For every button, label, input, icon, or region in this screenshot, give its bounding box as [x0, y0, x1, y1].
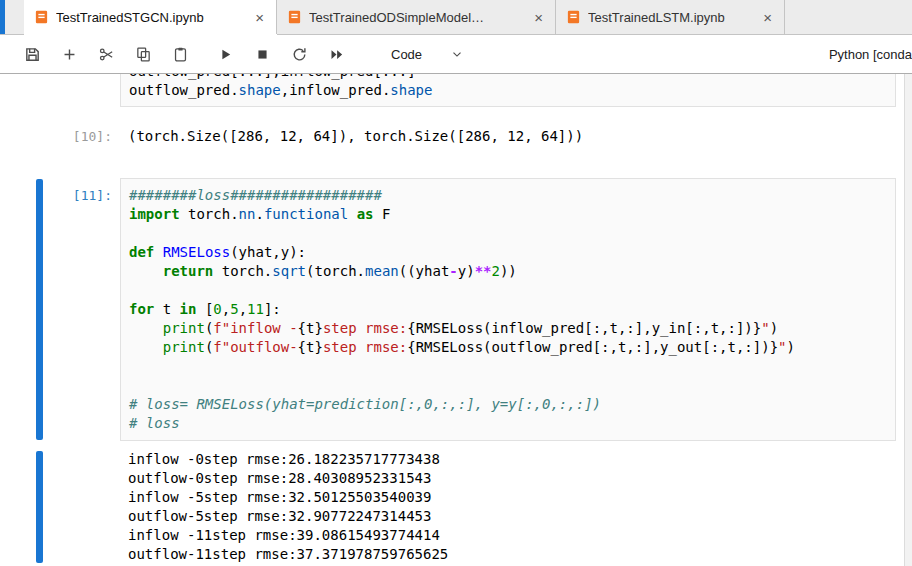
- notebook-file-icon: [566, 9, 581, 25]
- output-line: (torch.Size([286, 12, 64]), torch.Size([…: [128, 127, 896, 146]
- cell-type-dropdown[interactable]: Code: [391, 47, 464, 62]
- chevron-down-icon: [450, 47, 464, 61]
- notebook-file-icon: [287, 9, 302, 25]
- cell-list: outflow_pred[...],inflow_pred[...] outfl…: [0, 74, 904, 566]
- run-cell-button[interactable]: [213, 41, 237, 67]
- tab-bar: TestTrainedSTGCN.ipynb × TestTrainedODSi…: [0, 0, 912, 35]
- copy-cell-button[interactable]: [131, 41, 155, 67]
- code-line: for t in [0,5,11]:: [129, 300, 887, 319]
- restart-run-all-button[interactable]: [324, 41, 348, 67]
- output-line: outflow-11step rmse:37.371978759765625: [128, 545, 896, 564]
- cell-11-output-gutter: [0, 450, 120, 564]
- clipped-code-line: outflow_pred[...],inflow_pred[...]: [129, 74, 887, 81]
- stop-icon: [255, 47, 270, 62]
- tab-testtrainedstgcn[interactable]: TestTrainedSTGCN.ipynb ×: [24, 0, 277, 34]
- save-button[interactable]: [20, 41, 44, 67]
- code-line: # loss= RMSELoss(yhat=prediction[:,0,:,:…: [129, 395, 887, 414]
- output-collapser[interactable]: [36, 451, 43, 563]
- cell-10-output-row: [10]: (torch.Size([286, 12, 64]), torch.…: [0, 117, 904, 146]
- tabbar-spacer: [5, 0, 24, 34]
- close-icon[interactable]: ×: [253, 10, 266, 25]
- copy-icon: [135, 46, 152, 63]
- notebook-panel: outflow_pred[...],inflow_pred[...] outfl…: [0, 74, 912, 566]
- restart-kernel-button[interactable]: [287, 41, 311, 67]
- code-line: outflow_pred.shape,inflow_pred.shape: [129, 81, 887, 100]
- add-cell-button[interactable]: [57, 41, 81, 67]
- cell-11-output: inflow -0step rmse:26.182235717773438out…: [120, 450, 896, 564]
- output-line: inflow -11step rmse:39.08615493774414: [128, 526, 896, 545]
- cut-cell-button[interactable]: [94, 41, 118, 67]
- code-line: return torch.sqrt(torch.mean((yhat-y)**2…: [129, 262, 887, 281]
- tab-testtrainedlstm[interactable]: TestTrainedLSTM.ipynb ×: [556, 0, 785, 34]
- cell-10-input-row: outflow_pred[...],inflow_pred[...] outfl…: [0, 74, 904, 107]
- tab-label: TestTrainedSTGCN.ipynb: [56, 10, 246, 25]
- cell-10-editor[interactable]: outflow_pred[...],inflow_pred[...] outfl…: [120, 74, 896, 107]
- notebook-toolbar: Code Python [conda: [0, 35, 912, 74]
- cell-type-label: Code: [391, 47, 422, 62]
- cell-10-input-gutter: [0, 74, 120, 107]
- code-line: [129, 376, 887, 395]
- cell-11-input-gutter: [11]:: [0, 178, 120, 441]
- input-prompt: [11]:: [73, 186, 112, 205]
- paste-icon: [172, 46, 189, 63]
- input-collapser[interactable]: [36, 179, 43, 440]
- output-line: outflow-0step rmse:28.40308952331543: [128, 469, 896, 488]
- cell-11-input-row: [11]: ########loss##################impo…: [0, 178, 904, 441]
- tab-label: TestTrainedODSimpleModel…: [309, 10, 525, 25]
- code-line: print(f"inflow -{t}step rmse:{RMSELoss(i…: [129, 319, 887, 338]
- notebook-file-icon: [34, 9, 49, 25]
- code-line: [129, 281, 887, 300]
- cell-11-editor[interactable]: ########loss##################import tor…: [120, 178, 896, 441]
- plus-icon: [61, 46, 78, 63]
- code-line: [129, 357, 887, 376]
- cell-10-output-gutter: [10]:: [0, 117, 120, 146]
- output-prompt: [10]:: [73, 127, 112, 146]
- cell-10-output: (torch.Size([286, 12, 64]), torch.Size([…: [120, 117, 896, 146]
- output-line: outflow-5step rmse:32.90772247314453: [128, 507, 896, 526]
- save-icon: [24, 46, 41, 63]
- tab-testtrainedodsimplemodel[interactable]: TestTrainedODSimpleModel… ×: [277, 0, 556, 34]
- interrupt-kernel-button[interactable]: [250, 41, 274, 67]
- code-line: outflow_pred[...],inflow_pred[...]: [129, 74, 887, 81]
- code-line: import torch.nn.functional as F: [129, 205, 887, 224]
- output-line: inflow -0step rmse:26.182235717773438: [128, 450, 896, 469]
- code-line: ########loss##################: [129, 186, 887, 205]
- cell-11-output-row: inflow -0step rmse:26.182235717773438out…: [0, 450, 904, 564]
- fast-forward-icon: [328, 47, 345, 62]
- restart-icon: [291, 46, 308, 63]
- kernel-name[interactable]: Python [conda: [829, 47, 912, 62]
- code-line: def RMSELoss(yhat,y):: [129, 243, 887, 262]
- run-icon: [218, 47, 233, 62]
- close-icon[interactable]: ×: [761, 10, 774, 25]
- output-line: inflow -5step rmse:32.50125503540039: [128, 488, 896, 507]
- scissors-icon: [98, 46, 115, 63]
- tab-label: TestTrainedLSTM.ipynb: [588, 10, 754, 25]
- paste-cell-button[interactable]: [168, 41, 192, 67]
- code-line: [129, 224, 887, 243]
- vertical-scrollbar[interactable]: [904, 74, 912, 566]
- code-line: print(f"outflow-{t}step rmse:{RMSELoss(o…: [129, 338, 887, 357]
- code-line: # loss: [129, 414, 887, 433]
- close-icon[interactable]: ×: [532, 10, 545, 25]
- cell-10-code: outflow_pred.shape,inflow_pred.shape: [129, 81, 887, 100]
